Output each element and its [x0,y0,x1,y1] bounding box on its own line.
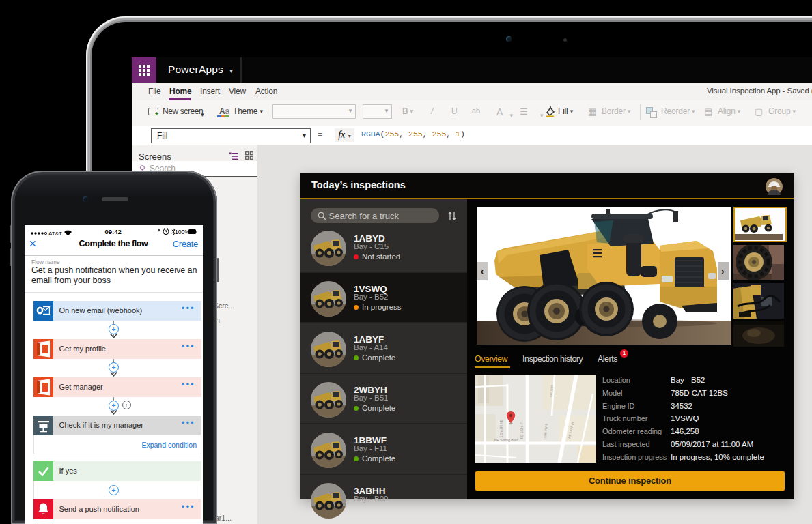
svg-text:NE 133rd Pl: NE 133rd Pl [520,422,524,439]
svg-text:NE Spring Blvd: NE Spring Blvd [494,438,518,442]
svg-text:AT&T: AT&T [48,231,62,236]
svg-text:132nd Pl NE: 132nd Pl NE [500,420,503,437]
svg-text:100%: 100% [175,229,190,235]
